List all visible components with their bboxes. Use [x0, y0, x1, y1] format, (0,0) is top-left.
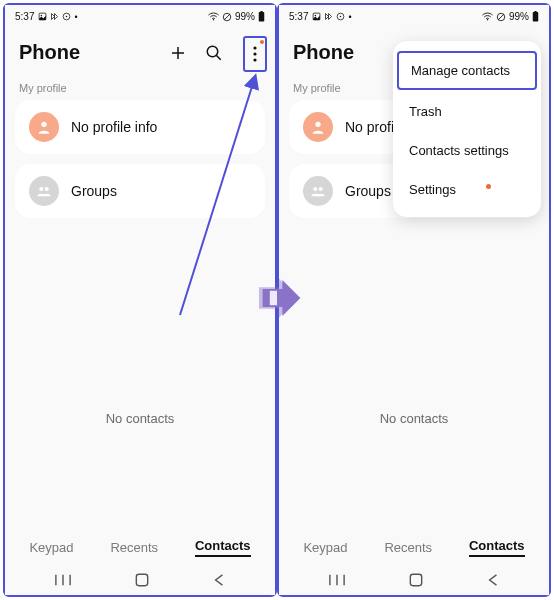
notification-dot-icon [486, 184, 491, 189]
battery-icon [258, 11, 265, 22]
bottom-tabs: Keypad Recents Contacts [279, 528, 549, 563]
battery-percent: 99% [235, 11, 255, 22]
no-signal-icon [496, 12, 506, 22]
back-nav-icon[interactable] [487, 573, 499, 587]
app-header: Phone [5, 25, 275, 76]
system-navbar [5, 563, 275, 595]
status-bar: 5:37 • 99% [5, 5, 275, 25]
battery-icon [532, 11, 539, 22]
back-nav-icon[interactable] [213, 573, 225, 587]
tab-keypad[interactable]: Keypad [29, 540, 73, 555]
page-title: Phone [293, 41, 354, 64]
svg-point-4 [213, 19, 214, 20]
notification-dot-icon [260, 40, 264, 44]
empty-state: No contacts [279, 228, 549, 528]
transition-arrow-icon [250, 271, 304, 329]
svg-point-35 [319, 187, 323, 191]
empty-state: No contacts [5, 228, 275, 528]
menu-contacts-settings[interactable]: Contacts settings [393, 131, 541, 170]
svg-rect-31 [534, 11, 536, 12]
svg-point-13 [253, 46, 256, 49]
svg-point-27 [340, 16, 342, 18]
recents-nav-icon[interactable] [329, 573, 345, 587]
svg-line-30 [498, 14, 504, 20]
tab-keypad[interactable]: Keypad [303, 540, 347, 555]
section-my-profile: My profile [5, 76, 275, 100]
svg-rect-22 [136, 574, 147, 585]
status-left-icons: • [312, 12, 351, 22]
status-bar: 5:37 • 99% [279, 5, 549, 25]
svg-point-11 [207, 46, 218, 57]
menu-trash[interactable]: Trash [393, 92, 541, 131]
bottom-tabs: Keypad Recents Contacts [5, 528, 275, 563]
phone-screen-right: 5:37 • 99% Phone My profile [279, 5, 549, 595]
no-signal-icon [222, 12, 232, 22]
menu-settings-label: Settings [409, 182, 456, 197]
svg-point-28 [487, 19, 488, 20]
svg-rect-7 [260, 11, 262, 12]
search-button[interactable] [203, 42, 225, 64]
wifi-icon [482, 12, 493, 21]
tab-recents[interactable]: Recents [384, 540, 432, 555]
tab-recents[interactable]: Recents [110, 540, 158, 555]
svg-point-17 [39, 187, 43, 191]
menu-manage-contacts[interactable]: Manage contacts [397, 51, 537, 90]
more-menu: Manage contacts Trash Contacts settings … [393, 41, 541, 217]
home-nav-icon[interactable] [135, 573, 149, 587]
status-left-icons: • [38, 12, 77, 22]
svg-line-6 [224, 14, 230, 20]
menu-settings[interactable]: Settings [393, 170, 541, 209]
svg-point-33 [315, 122, 320, 127]
wifi-icon [208, 12, 219, 21]
groups-row[interactable]: Groups [15, 164, 265, 218]
profile-row[interactable]: No profile info [15, 100, 265, 154]
profile-label: No profile info [71, 119, 157, 135]
home-nav-icon[interactable] [409, 573, 423, 587]
svg-point-3 [66, 16, 68, 18]
person-icon [303, 112, 333, 142]
svg-point-34 [313, 187, 317, 191]
page-title: Phone [19, 41, 80, 64]
svg-line-12 [216, 55, 221, 60]
svg-point-1 [41, 15, 43, 17]
status-time: 5:37 [289, 11, 308, 22]
recents-nav-icon[interactable] [55, 573, 71, 587]
svg-rect-39 [410, 574, 421, 585]
battery-percent: 99% [509, 11, 529, 22]
svg-point-18 [45, 187, 49, 191]
svg-point-15 [253, 58, 256, 61]
groups-label: Groups [345, 183, 391, 199]
svg-rect-40 [270, 291, 277, 305]
groups-label: Groups [71, 183, 117, 199]
person-icon [29, 112, 59, 142]
group-icon [303, 176, 333, 206]
svg-point-25 [315, 15, 317, 17]
svg-rect-8 [259, 12, 265, 21]
phone-screen-left: 5:37 • 99% Phone [5, 5, 275, 595]
more-button[interactable] [239, 42, 261, 64]
group-icon [29, 176, 59, 206]
system-navbar [279, 563, 549, 595]
svg-point-16 [41, 122, 46, 127]
tab-contacts[interactable]: Contacts [469, 538, 525, 557]
svg-rect-32 [533, 12, 539, 21]
add-button[interactable] [167, 42, 189, 64]
svg-point-14 [253, 52, 256, 55]
status-time: 5:37 [15, 11, 34, 22]
tab-contacts[interactable]: Contacts [195, 538, 251, 557]
